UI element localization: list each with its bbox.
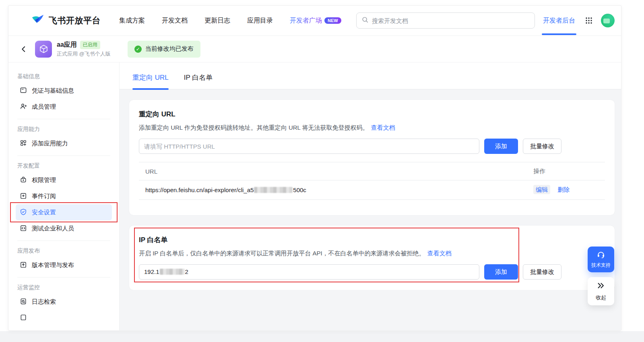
app-sub-header: aa应用 已启用 正式应用 @飞书个人版 ✓ 当前修改均已发布: [8, 36, 621, 62]
redacted-segment: [254, 187, 293, 193]
check-circle-icon: ✓: [134, 46, 142, 53]
column-url: URL: [145, 168, 533, 175]
main-panel: 重定向 URL IP 白名单 重定向 URL 添加重定向 URL 作为免登授权码…: [120, 62, 621, 331]
test-code-icon: [20, 224, 27, 233]
security-shield-icon: [20, 208, 27, 217]
sidebar-section-release: 应用发布: [16, 247, 112, 255]
permission-lock-icon: [20, 176, 27, 184]
sidebar-item-security-settings[interactable]: 安全设置: [16, 204, 112, 220]
double-chevron-right-icon: [597, 281, 605, 291]
window-bottom-strip: [0, 331, 644, 342]
content-area: 重定向 URL 添加重定向 URL 作为免登授权码跳转地址。其他重定向 URL …: [120, 89, 621, 331]
app-name: aa应用: [57, 41, 77, 49]
clipped-icon: [20, 314, 27, 322]
url-suffix: 500c: [293, 187, 306, 193]
batch-edit-button[interactable]: 批量修改: [523, 139, 561, 154]
add-ip-button[interactable]: 添加: [484, 264, 518, 280]
sidebar-item-label: 版本管理与发布: [32, 261, 74, 269]
delete-link[interactable]: 删除: [557, 186, 570, 193]
sidebar-item-add-capability[interactable]: 添加应用能力: [16, 135, 112, 151]
sidebar-item-events[interactable]: 事件订阅: [16, 188, 112, 204]
tech-support-button[interactable]: 技术支持: [588, 247, 614, 272]
actions-cell: 编辑 删除: [533, 186, 599, 194]
sidebar-item-credentials[interactable]: 凭证与基础信息: [16, 83, 112, 99]
brand-logo[interactable]: 飞书开放平台: [31, 13, 101, 28]
sidebar-item-log-search[interactable]: 日志检索: [16, 294, 112, 310]
sidebar-item-members[interactable]: 成员管理: [16, 99, 112, 115]
collapse-button[interactable]: 收起: [588, 277, 614, 305]
new-badge: NEW: [324, 17, 341, 24]
url-input-row: 添加 批量修改: [139, 139, 605, 154]
sidebar-item-label: 凭证与基础信息: [32, 87, 74, 95]
log-search-icon: [20, 298, 27, 306]
sidebar: 基础信息 凭证与基础信息 成员管理 应用能力 添加应用能力 开发配置 权限管理: [8, 62, 120, 331]
event-subscribe-icon: [20, 192, 27, 201]
nav-item-changelog[interactable]: 更新日志: [204, 17, 230, 25]
nav-item-docs[interactable]: 开发文档: [162, 17, 188, 25]
brand-name: 飞书开放平台: [49, 15, 101, 26]
batch-edit-button[interactable]: 批量修改: [523, 264, 561, 280]
tab-ip-whitelist[interactable]: IP 白名单: [184, 73, 213, 89]
divider: [17, 240, 110, 241]
sidebar-item-label: 添加应用能力: [32, 140, 68, 147]
view-docs-link[interactable]: 查看文档: [371, 124, 395, 131]
ip-prefix: 192.1: [144, 268, 159, 275]
sidebar-item-permissions[interactable]: 权限管理: [16, 172, 112, 188]
column-actions: 操作: [533, 168, 599, 175]
nav-item-app-directory[interactable]: 应用目录: [247, 17, 273, 25]
description-text: 添加重定向 URL 作为免登授权码跳转地址。其他重定向 URL 将无法获取免登授…: [139, 124, 369, 131]
top-nav: 飞书开放平台 集成方案 开发文档 更新日志 应用目录 开发者广场 NEW 开发者…: [8, 6, 621, 36]
table-row: https://open.feishu.cn/api-explorer/cli_…: [139, 180, 605, 200]
add-capability-icon: [20, 139, 27, 148]
redirect-url-input[interactable]: [139, 139, 479, 154]
credential-icon: [20, 87, 27, 95]
sidebar-item-label: 权限管理: [32, 176, 56, 184]
feishu-logo-icon: [31, 13, 45, 28]
redacted-segment: [160, 269, 185, 275]
redirect-url-card: 重定向 URL 添加重定向 URL 作为免登授权码跳转地址。其他重定向 URL …: [129, 100, 615, 215]
ip-whitelist-card: IP 白名单 开启 IP 白名单后，仅白名单中的来源请求可以正常调用开放平台 A…: [129, 226, 615, 290]
apps-grid-icon[interactable]: [585, 17, 593, 25]
developer-console-link[interactable]: 开发者后台: [542, 17, 576, 25]
sidebar-item-clipped[interactable]: [16, 310, 112, 326]
ip-input-row: 192.12 添加 批量修改: [139, 264, 605, 280]
url-table: URL 操作 https://open.feishu.cn/api-explor…: [139, 162, 605, 200]
search-box[interactable]: [356, 12, 535, 29]
sidebar-item-version-release[interactable]: 版本管理与发布: [16, 257, 112, 273]
member-plus-icon: [20, 103, 27, 111]
card-description: 开启 IP 白名单后，仅白名单中的来源请求可以正常调用开放平台 API，不在白名…: [139, 249, 605, 258]
user-avatar[interactable]: [601, 14, 615, 27]
sidebar-item-test-company[interactable]: 测试企业和人员: [16, 220, 112, 236]
card-title: IP 白名单: [139, 235, 605, 245]
status-badge: 已启用: [80, 41, 100, 49]
sidebar-item-label: 日志检索: [32, 298, 56, 306]
table-header: URL 操作: [139, 162, 605, 180]
sidebar-item-label: 事件订阅: [32, 193, 56, 200]
sidebar-item-label: 测试企业和人员: [32, 225, 74, 232]
description-text: 开启 IP 白名单后，仅白名单中的来源请求可以正常调用开放平台 API，不在白名…: [139, 250, 425, 257]
sidebar-section-basic: 基础信息: [16, 72, 112, 80]
url-cell: https://open.feishu.cn/api-explorer/cli_…: [145, 187, 533, 193]
app-cube-icon: [35, 41, 52, 58]
nav-item-developer-plaza[interactable]: 开发者广场 NEW: [290, 17, 341, 25]
card-description: 添加重定向 URL 作为免登授权码跳转地址。其他重定向 URL 将无法获取免登授…: [139, 123, 605, 132]
nav-item-integration[interactable]: 集成方案: [119, 17, 145, 25]
view-docs-link[interactable]: 查看文档: [427, 250, 452, 257]
sidebar-item-label: 安全设置: [32, 209, 56, 216]
tab-redirect-url[interactable]: 重定向 URL: [132, 73, 169, 89]
nav-menu: 集成方案 开发文档 更新日志 应用目录 开发者广场 NEW: [119, 17, 341, 25]
back-button[interactable]: [19, 44, 29, 54]
app-info: aa应用 已启用 正式应用 @飞书个人版: [57, 41, 111, 58]
headset-icon: [597, 250, 605, 260]
edit-link[interactable]: 编辑: [533, 185, 550, 194]
divider: [17, 119, 110, 119]
search-input[interactable]: [372, 17, 530, 24]
sidebar-section-capability: 应用能力: [16, 125, 112, 133]
app-window: 飞书开放平台 集成方案 开发文档 更新日志 应用目录 开发者广场 NEW 开发者…: [8, 5, 621, 331]
ip-address-input[interactable]: 192.12: [139, 264, 479, 280]
publish-banner-text: 当前修改均已发布: [145, 45, 194, 53]
add-url-button[interactable]: 添加: [484, 139, 518, 154]
divider: [17, 155, 110, 156]
publish-status-banner: ✓ 当前修改均已发布: [128, 41, 200, 58]
sidebar-item-label: 成员管理: [32, 103, 56, 111]
